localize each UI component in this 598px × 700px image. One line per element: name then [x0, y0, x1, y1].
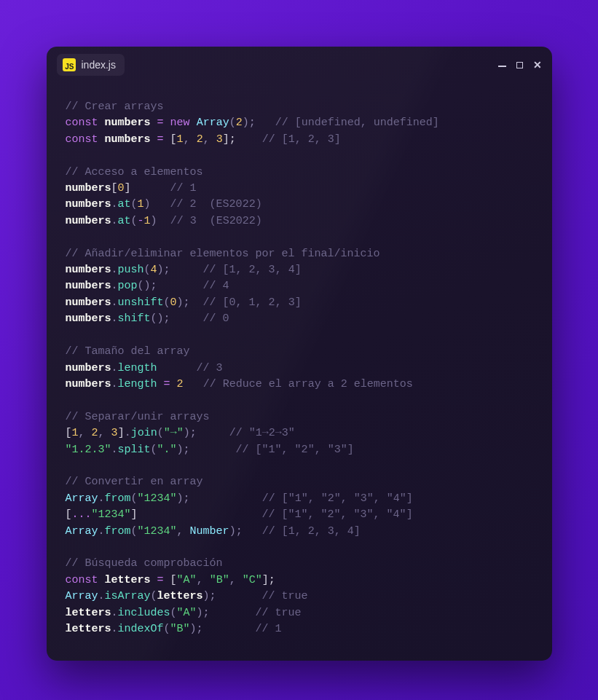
- punct: ,: [98, 427, 105, 439]
- string: "→": [164, 427, 184, 439]
- punct: );: [203, 590, 216, 602]
- file-tab[interactable]: JS index.js: [57, 54, 125, 76]
- class: Array: [66, 590, 98, 602]
- close-icon[interactable]: ✕: [533, 60, 542, 70]
- operator: =: [157, 133, 164, 146]
- punct: (: [151, 444, 157, 456]
- identifier: numbers: [66, 198, 111, 211]
- number: 3: [216, 133, 223, 146]
- punct: (: [164, 296, 170, 309]
- punct: .: [111, 444, 118, 456]
- comment: // ["1", "2", "3"]: [236, 444, 354, 456]
- maximize-icon[interactable]: [516, 62, 523, 68]
- string: "B": [210, 574, 229, 586]
- number: 1: [144, 215, 151, 227]
- punct: ): [151, 215, 157, 227]
- bracket: ]: [118, 427, 125, 439]
- identifier: numbers: [66, 280, 111, 292]
- number: 2: [92, 427, 98, 439]
- punct: );: [243, 117, 256, 129]
- bracket: ]: [131, 508, 138, 521]
- keyword: const: [66, 133, 98, 146]
- comment: // "1→2→3": [229, 427, 295, 439]
- number: 1: [72, 427, 79, 439]
- number: 2: [197, 133, 203, 146]
- punct: );: [197, 607, 210, 619]
- minimize-icon[interactable]: [498, 66, 506, 67]
- identifier: numbers: [66, 264, 111, 276]
- class: Array: [197, 117, 229, 129]
- comment: // [1, 2, 3]: [262, 133, 341, 146]
- method: from: [105, 525, 131, 538]
- operator: =: [164, 378, 170, 390]
- identifier: letters: [157, 590, 203, 602]
- bracket: [: [66, 508, 72, 521]
- identifier: numbers: [66, 215, 111, 227]
- punct: );: [177, 444, 190, 456]
- punct: );: [144, 280, 157, 292]
- bracket: [: [170, 133, 177, 146]
- comment: // 1: [256, 623, 282, 635]
- punct: .: [111, 312, 118, 325]
- bracket: [: [111, 182, 118, 194]
- punct: .: [111, 215, 118, 227]
- punct: ,: [229, 574, 236, 586]
- number: 0: [118, 182, 125, 194]
- identifier: numbers: [105, 133, 151, 146]
- punct: );: [157, 264, 170, 276]
- punct: (: [131, 525, 138, 538]
- operator: =: [157, 117, 164, 129]
- punct: (: [157, 427, 164, 439]
- punct: (: [131, 492, 138, 505]
- string: "1234": [138, 525, 177, 538]
- punct: );: [184, 427, 197, 439]
- comment: // [0, 1, 2, 3]: [203, 296, 302, 309]
- comment: // Crear arrays: [66, 101, 164, 113]
- comment: // Búsqueda comprobación: [66, 557, 223, 570]
- punct: .: [98, 492, 105, 505]
- method: at: [118, 198, 131, 211]
- string: "1.2.3": [66, 444, 111, 456]
- punct: );: [157, 312, 170, 325]
- class: Array: [66, 525, 98, 538]
- comment: // [undefined, undefined]: [275, 117, 439, 129]
- comment: // Añadir/eliminar elementos por el fina…: [66, 248, 380, 260]
- keyword: const: [66, 117, 98, 129]
- punct: (: [144, 264, 151, 276]
- comment: // true: [262, 590, 308, 602]
- comment: // true: [256, 607, 302, 619]
- comment: // Convertir en array: [66, 476, 203, 488]
- window-controls: ✕: [498, 60, 542, 70]
- punct: (: [151, 312, 157, 325]
- comment: // 2 (ES2022): [170, 198, 262, 211]
- punct: .: [125, 427, 131, 439]
- code-area: // Crear arrays const numbers = new Arra…: [47, 83, 552, 661]
- punct: (: [151, 590, 157, 602]
- identifier: numbers: [66, 378, 111, 390]
- punct: ,: [184, 133, 190, 146]
- bracket: ]: [125, 182, 131, 194]
- punct: );: [177, 492, 190, 505]
- number: 1: [138, 198, 144, 211]
- tab-title: index.js: [82, 59, 116, 71]
- identifier: letters: [66, 607, 111, 619]
- punct: (: [164, 623, 170, 635]
- method: at: [118, 215, 131, 227]
- identifier: numbers: [66, 312, 111, 325]
- punct: (: [170, 607, 177, 619]
- titlebar: JS index.js ✕: [47, 47, 552, 83]
- property: length: [118, 378, 157, 390]
- identifier: numbers: [66, 296, 111, 309]
- punct: .: [98, 525, 105, 538]
- punct: .: [111, 362, 118, 374]
- number: 1: [177, 133, 184, 146]
- string: "C": [243, 574, 262, 586]
- comment: // Separar/unir arrays: [66, 411, 210, 423]
- spread: ...: [72, 508, 92, 521]
- punct: ,: [79, 427, 85, 439]
- class: Array: [66, 492, 98, 505]
- punct: .: [111, 378, 118, 390]
- comment: // 4: [203, 280, 229, 292]
- identifier: numbers: [66, 362, 111, 374]
- class: Number: [190, 525, 229, 538]
